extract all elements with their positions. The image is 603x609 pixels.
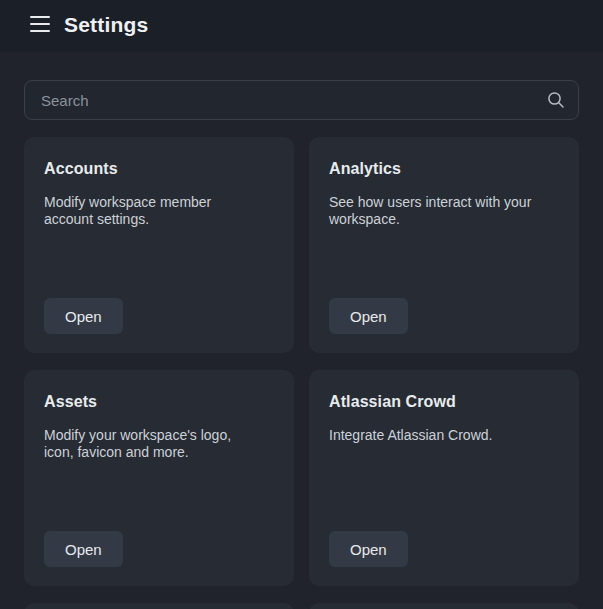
open-button-analytics[interactable]: Open (329, 298, 408, 334)
card-title: Assets (44, 393, 274, 411)
card-description: See how users interact with your workspa… (329, 194, 544, 228)
card-description: Integrate Atlassian Crowd. (329, 427, 544, 444)
card-assets: Assets Modify your workspace's logo, ico… (24, 370, 294, 586)
header-bar: Settings (0, 0, 603, 52)
search-icon[interactable] (547, 91, 565, 109)
open-button-atlassian-crowd[interactable]: Open (329, 531, 408, 567)
search-input[interactable] (25, 81, 578, 119)
page-title: Settings (64, 0, 148, 52)
open-button-accounts[interactable]: Open (44, 298, 123, 334)
card-description: Modify your workspace's logo, icon, favi… (44, 427, 259, 461)
card-title: Analytics (329, 160, 559, 178)
card-atlassian-crowd: Atlassian Crowd Integrate Atlassian Crow… (309, 370, 579, 586)
card-description: Modify workspace member account settings… (44, 194, 259, 228)
settings-card-grid: Accounts Modify workspace member account… (24, 137, 579, 609)
card-title: Accounts (44, 160, 274, 178)
hamburger-menu-icon[interactable] (30, 14, 50, 34)
card-partial-left (24, 603, 294, 609)
card-title: Atlassian Crowd (329, 393, 559, 411)
search-bar (24, 80, 579, 120)
open-button-assets[interactable]: Open (44, 531, 123, 567)
card-accounts: Accounts Modify workspace member account… (24, 137, 294, 353)
card-partial-right (309, 603, 579, 609)
card-analytics: Analytics See how users interact with yo… (309, 137, 579, 353)
